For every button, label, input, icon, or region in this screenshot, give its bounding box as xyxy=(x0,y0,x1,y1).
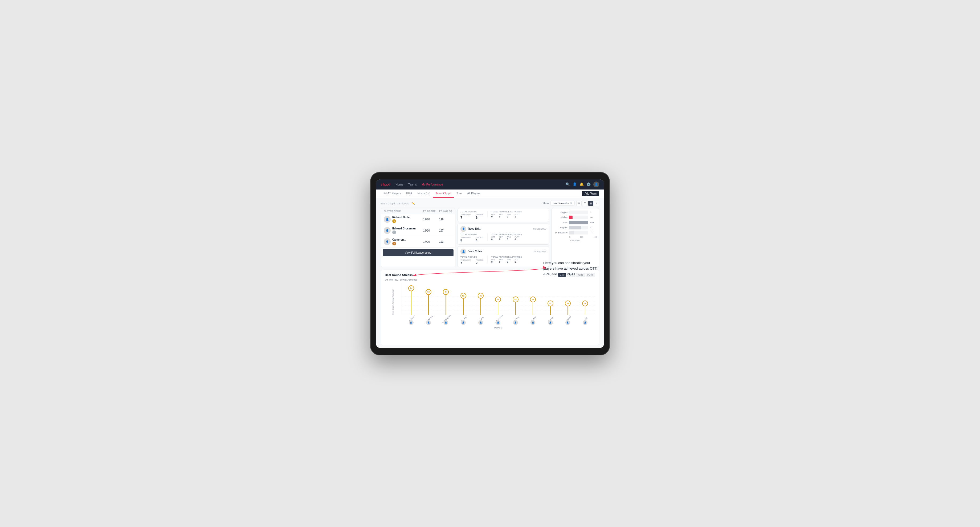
bar-track xyxy=(569,226,588,229)
tournament-value: 7 xyxy=(460,216,471,220)
streak-badge: 3x xyxy=(582,300,588,306)
leaderboard-header: PLAYER NAME PB SCORE PB AVG SQ xyxy=(381,208,455,214)
sub-nav-links: PGAT Players PGA Hcaps 1-5 Team Clippd T… xyxy=(381,189,582,198)
avatar: 👤 xyxy=(384,238,391,245)
player-name-badge: Edward Crossman 2 xyxy=(392,227,416,234)
bar-label: Pars xyxy=(554,221,568,224)
player-row[interactable]: 👤 Edward Crossman 2 18/20 107 xyxy=(381,225,455,237)
streak-badge: 7x xyxy=(408,285,414,291)
practice-value: 2 xyxy=(476,261,483,265)
streak-col: 6xD. Billingham👤 xyxy=(439,288,453,315)
subnav-all-players[interactable]: All Players xyxy=(465,189,483,198)
pb-avg-sq: 107 xyxy=(439,229,452,232)
streaks-subtitle: Off The Tee, Fairway Accuracy xyxy=(385,278,595,281)
card-view-button[interactable]: ▦ xyxy=(588,201,593,206)
streak-badge: 3x xyxy=(547,300,554,306)
rounds-cols: Tournament 7 Practice 2 xyxy=(460,259,483,265)
putt-val: 1 xyxy=(514,215,522,218)
bell-icon[interactable]: 🔔 xyxy=(579,182,584,186)
bar-track xyxy=(569,211,588,214)
view-icons: ⊞ ☰ ▦ ⤢ xyxy=(576,201,599,206)
stat-date: 02 Sep 2023 xyxy=(533,227,546,230)
avatar: 👤 xyxy=(384,227,391,234)
player-row[interactable]: 👤 Cameron... 3 17/20 103 xyxy=(381,237,455,248)
streak-badge: 4x xyxy=(495,297,501,302)
streak-badge: 6x xyxy=(443,289,449,295)
expand-view-button[interactable]: ⤢ xyxy=(594,201,599,206)
streak-avatar: 👤 xyxy=(426,320,431,325)
player-row[interactable]: 👤 Richard Butler 1 19/20 110 xyxy=(381,214,455,225)
subnav-pgat[interactable]: PGAT Players xyxy=(381,189,404,198)
user-avatar[interactable]: 👤 xyxy=(593,181,599,187)
search-icon[interactable]: 🔍 xyxy=(566,182,570,186)
pb-avg-sq-header: PB AVG SQ xyxy=(439,210,452,213)
practice-label: Practice xyxy=(476,259,483,261)
user-icon[interactable]: 👤 xyxy=(573,182,577,186)
nav-home[interactable]: Home xyxy=(395,183,404,186)
streak-badge: 3x xyxy=(565,300,571,306)
activities-grid: OTT 0 APP 0 ARG xyxy=(492,213,522,218)
player-avatar: 👤 xyxy=(460,226,466,232)
settings-icon[interactable]: ⚙️ xyxy=(586,182,591,186)
pb-score: 19/20 xyxy=(423,218,439,221)
streak-col: 5xR. Britt👤 xyxy=(473,288,488,315)
list-view-button[interactable]: ☰ xyxy=(582,201,587,206)
stat-card-header: 👤 Josh Coles 26 Aug 2023 xyxy=(460,249,546,254)
streak-avatar: 👤 xyxy=(409,320,414,325)
period-dropdown[interactable]: Last 3 months ▼ xyxy=(550,201,575,206)
ott-val: 0 xyxy=(492,215,498,218)
rank-badge: 2 xyxy=(392,230,396,234)
streaks-title: Best Round Streaks xyxy=(385,273,413,276)
player-name-badge: Cameron... 3 xyxy=(392,238,406,245)
tournament-label: Tournament xyxy=(460,213,471,216)
total-rounds-label: Total Rounds xyxy=(460,211,483,213)
player-name: Edward Crossman xyxy=(392,227,416,230)
rank-badge: 3 xyxy=(392,242,396,245)
bar-row: D. Bogeys + 131 xyxy=(554,231,597,235)
player-name: Rees Britt xyxy=(468,227,532,230)
leaderboard-panel: PLAYER NAME PB SCORE PB AVG SQ 👤 Richard… xyxy=(381,208,455,267)
stat-card-header: 👤 Rees Britt 02 Sep 2023 xyxy=(460,226,546,232)
streak-avatar: 👤 xyxy=(461,320,466,325)
bar-chart-panel: Eagles 3 Birdies 96 Pars 499 Bogeys 311 xyxy=(551,208,599,267)
add-team-button[interactable]: Add Team xyxy=(582,191,599,196)
view-full-leaderboard-button[interactable]: View Full Leaderboard xyxy=(383,249,453,256)
axis-0: 0 xyxy=(569,236,570,238)
activities-grid: OTT 0 APP 0 ARG xyxy=(492,259,522,263)
streak-col: 3xcol11👤 xyxy=(578,288,593,315)
streak-badge: 4x xyxy=(530,297,536,302)
streak-col: 7xE. Ebert👤 xyxy=(404,288,418,315)
players-label: Players xyxy=(401,326,595,329)
player-info: 👤 Edward Crossman 2 xyxy=(384,227,423,234)
y-axis-label: Best Streak, Fairway Accuracy xyxy=(392,298,394,314)
streak-bar-line xyxy=(428,292,429,315)
axis-400: 400 xyxy=(593,236,597,238)
practice-col: Practice 2 xyxy=(476,259,483,265)
subnav-hcaps[interactable]: Hcaps 1-5 xyxy=(415,189,433,198)
grid-view-button[interactable]: ⊞ xyxy=(576,201,582,206)
pb-score: 17/20 xyxy=(423,240,439,243)
app-val: 0 xyxy=(499,260,506,263)
player-name: Cameron... xyxy=(392,238,406,241)
tournament-col: Tournament 8 xyxy=(460,236,471,242)
streak-badge: 5x xyxy=(478,293,484,298)
bar-label: Eagles xyxy=(554,211,568,214)
bar-count: 499 xyxy=(590,221,597,224)
bar-fill xyxy=(569,216,573,219)
subnav-tour[interactable]: Tour xyxy=(454,189,465,198)
subnav-pga[interactable]: PGA xyxy=(404,189,415,198)
nav-my-performance[interactable]: My Performance xyxy=(421,183,444,186)
bar-count: 3 xyxy=(590,211,597,213)
subnav-team-clippd[interactable]: Team Clippd xyxy=(433,189,454,198)
ott-val: 0 xyxy=(492,260,498,263)
practice-col: Practice 6 xyxy=(476,213,483,220)
edit-icon[interactable]: ✏️ xyxy=(412,202,415,205)
bar-row: Bogeys 311 xyxy=(554,226,597,229)
arg-val: 0 xyxy=(507,238,514,241)
nav-teams[interactable]: Teams xyxy=(408,183,417,186)
arg-val: 0 xyxy=(507,215,514,218)
player-info: 👤 Richard Butler 1 xyxy=(384,216,423,223)
stat-card-1: Total Rounds Tournament 7 Practice xyxy=(458,208,549,222)
bar-label: Birdies xyxy=(554,216,568,219)
nav-bar: clippd Home Teams My Performance 🔍 👤 🔔 ⚙… xyxy=(376,179,604,189)
